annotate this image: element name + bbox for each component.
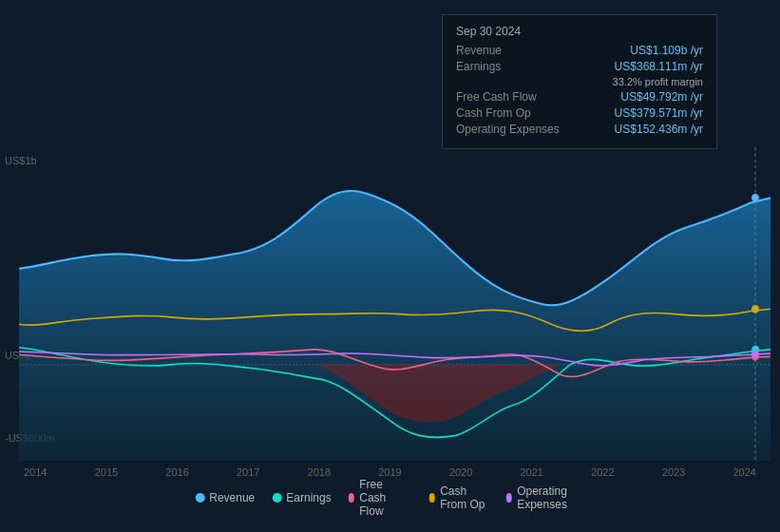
legend-label-earnings: Earnings <box>286 491 331 504</box>
opex-dot <box>751 350 759 358</box>
legend-fcf[interactable]: Free Cash Flow <box>349 478 412 518</box>
legend-label-opex: Operating Expenses <box>517 484 585 511</box>
x-label-2014: 2014 <box>24 466 47 478</box>
legend-cashop[interactable]: Cash From Op <box>429 484 489 511</box>
tooltip-value-opex: US$152.436m /yr <box>615 123 703 136</box>
x-label-2021: 2021 <box>520 466 542 478</box>
tooltip-label-cashop: Cash From Op <box>456 106 531 120</box>
chart-area <box>19 147 770 461</box>
x-label-2024: 2024 <box>732 466 755 478</box>
legend-dot-fcf <box>349 493 355 503</box>
tooltip-value-earnings: US$368.111m /yr <box>615 60 703 73</box>
x-label-2015: 2015 <box>95 466 118 478</box>
cashop-dot <box>751 305 759 314</box>
tooltip-label-earnings: Earnings <box>456 60 501 73</box>
legend-dot-earnings <box>272 493 281 503</box>
legend-dot-cashop <box>429 493 436 503</box>
legend-label-fcf: Free Cash Flow <box>359 478 411 518</box>
tooltip-margin: 33.2% profit margin <box>456 76 703 87</box>
tooltip-label-revenue: Revenue <box>456 44 502 57</box>
revenue-dot <box>751 194 759 202</box>
x-label-2017: 2017 <box>237 466 259 478</box>
x-label-2022: 2022 <box>591 466 614 478</box>
tooltip-card: Sep 30 2024 Revenue US$1.109b /yr Earnin… <box>442 14 717 149</box>
tooltip-row-cashop: Cash From Op US$379.571m /yr <box>456 106 703 120</box>
x-label-2019: 2019 <box>378 466 401 478</box>
legend-opex[interactable]: Operating Expenses <box>506 484 585 511</box>
x-label-2023: 2023 <box>662 466 685 478</box>
chart-container: Sep 30 2024 Revenue US$1.109b /yr Earnin… <box>0 0 780 532</box>
tooltip-label-fcf: Free Cash Flow <box>456 90 537 104</box>
legend-dot-revenue <box>195 493 204 503</box>
x-label-2018: 2018 <box>308 466 331 478</box>
tooltip-row-fcf: Free Cash Flow US$49.792m /yr <box>456 90 703 104</box>
legend-dot-opex <box>506 493 513 503</box>
tooltip-label-opex: Operating Expenses <box>456 123 560 136</box>
legend: Revenue Earnings Free Cash Flow Cash Fro… <box>195 478 585 518</box>
revenue-fill <box>19 191 770 461</box>
chart-svg <box>19 147 770 461</box>
legend-label-revenue: Revenue <box>209 491 255 504</box>
tooltip-row-opex: Operating Expenses US$152.436m /yr <box>456 123 703 136</box>
x-axis-labels: 2014 2015 2016 2017 2018 2019 2020 2021 … <box>0 466 780 478</box>
tooltip-value-fcf: US$49.792m /yr <box>620 90 703 104</box>
x-label-2020: 2020 <box>449 466 472 478</box>
tooltip-value-cashop: US$379.571m /yr <box>615 106 703 120</box>
x-label-2016: 2016 <box>165 466 188 478</box>
tooltip-value-revenue: US$1.109b /yr <box>630 44 703 57</box>
tooltip-date: Sep 30 2024 <box>456 25 703 38</box>
tooltip-row-earnings: Earnings US$368.111m /yr <box>456 60 703 73</box>
tooltip-row-revenue: Revenue US$1.109b /yr <box>456 44 703 57</box>
legend-earnings[interactable]: Earnings <box>272 491 331 504</box>
legend-label-cashop: Cash From Op <box>440 484 488 511</box>
legend-revenue[interactable]: Revenue <box>195 491 255 504</box>
